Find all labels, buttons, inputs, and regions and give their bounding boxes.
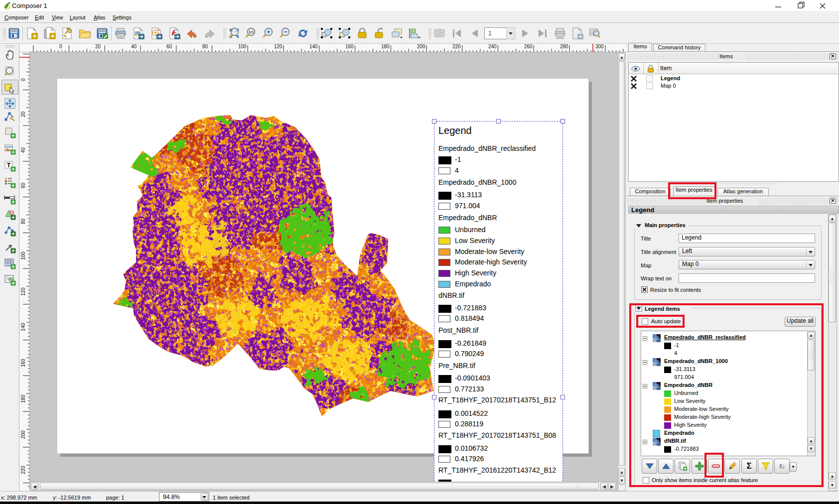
svg-text:180: 180: [381, 44, 390, 49]
svg-text:T: T: [7, 161, 11, 169]
svg-text:100: 100: [20, 252, 26, 260]
svg-text:20: 20: [20, 111, 26, 117]
svg-text:280: 280: [560, 44, 568, 49]
svg-text:80: 80: [20, 218, 26, 224]
svg-text:100: 100: [238, 44, 247, 49]
svg-text:40: 40: [20, 147, 26, 153]
svg-text:60: 60: [20, 182, 26, 188]
svg-text:180: 180: [20, 394, 26, 403]
svg-text:220: 220: [452, 44, 461, 49]
svg-text:260: 260: [524, 44, 533, 49]
svg-text:200: 200: [417, 44, 425, 49]
svg-text:80: 80: [202, 44, 208, 49]
svg-text:300: 300: [595, 44, 604, 49]
svg-text:0: 0: [59, 44, 62, 49]
svg-text:1:1: 1:1: [249, 30, 254, 34]
svg-text:220: 220: [20, 466, 26, 474]
svg-text:140: 140: [20, 323, 26, 331]
svg-text:160: 160: [345, 44, 354, 49]
svg-text:120: 120: [20, 287, 26, 296]
svg-text:0: 0: [20, 78, 26, 81]
svg-text:40: 40: [131, 44, 137, 49]
svg-text:20: 20: [95, 44, 101, 49]
svg-text:200: 200: [20, 430, 26, 439]
svg-text:240: 240: [488, 44, 497, 49]
svg-text:140: 140: [309, 44, 318, 49]
svg-text:120: 120: [274, 44, 282, 49]
svg-text:60: 60: [166, 44, 172, 49]
svg-text:160: 160: [20, 359, 26, 367]
